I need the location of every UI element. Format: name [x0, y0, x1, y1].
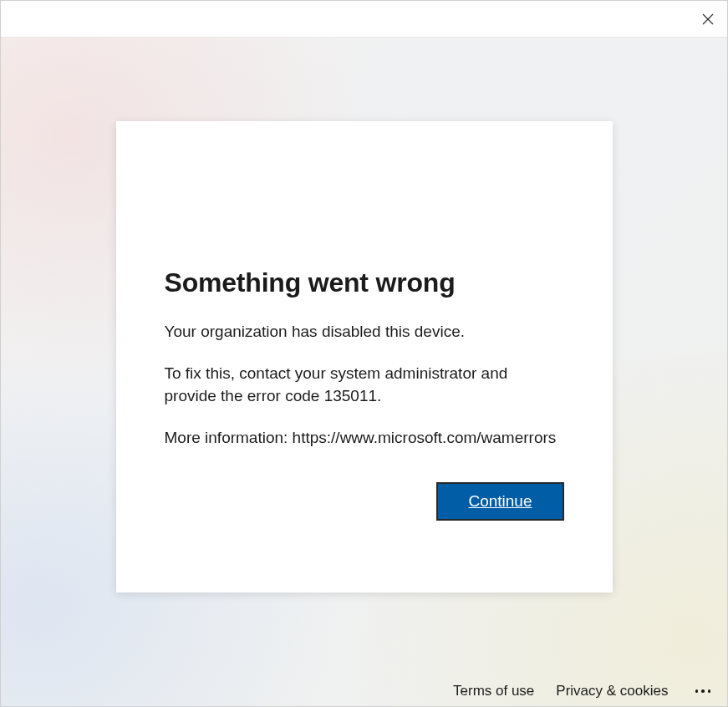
ellipsis-icon [701, 689, 705, 693]
content-area: Something went wrong Your organization h… [1, 38, 727, 706]
window: Something went wrong Your organization h… [0, 0, 728, 707]
dialog-message-3: More information: https://www.microsoft.… [165, 426, 564, 450]
footer: Terms of use Privacy & cookies [453, 683, 715, 699]
dialog-message-2: To fix this, contact your system adminis… [165, 362, 564, 408]
button-row: Continue [165, 482, 564, 521]
more-options-button[interactable] [690, 689, 716, 693]
close-icon [702, 13, 714, 25]
privacy-link[interactable]: Privacy & cookies [556, 683, 668, 699]
error-dialog: Something went wrong Your organization h… [116, 121, 613, 593]
terms-link[interactable]: Terms of use [453, 683, 534, 699]
continue-button[interactable]: Continue [436, 482, 563, 521]
ellipsis-icon [708, 689, 711, 693]
titlebar [1, 1, 727, 38]
close-button[interactable] [689, 1, 727, 38]
dialog-title: Something went wrong [165, 267, 564, 298]
ellipsis-icon [695, 689, 699, 693]
dialog-message-1: Your organization has disabled this devi… [165, 320, 564, 343]
